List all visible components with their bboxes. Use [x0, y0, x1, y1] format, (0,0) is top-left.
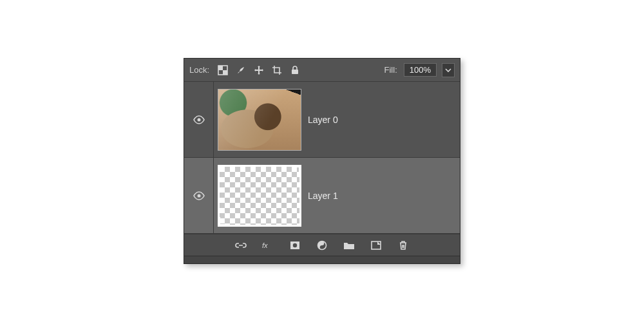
layers-topbar: Lock: — [184, 59, 460, 82]
svg-rect-2 — [223, 70, 227, 75]
visibility-toggle[interactable] — [184, 158, 214, 233]
svg-point-8 — [293, 243, 297, 247]
fill-label: Fill: — [384, 65, 397, 75]
adjustment-layer-button[interactable] — [315, 238, 329, 252]
layer-thumbnail[interactable] — [218, 165, 301, 227]
svg-text:fx: fx — [262, 242, 268, 249]
visibility-toggle[interactable] — [184, 82, 214, 157]
layer-thumbnail[interactable] — [218, 89, 301, 151]
svg-rect-1 — [218, 66, 223, 70]
folder-icon — [343, 241, 355, 250]
lock-label: Lock: — [189, 65, 209, 75]
layer-row[interactable]: Layer 1 — [184, 158, 460, 234]
svg-rect-3 — [292, 70, 298, 74]
link-layers-button[interactable] — [234, 238, 248, 252]
layer-effects-button[interactable]: fx — [261, 238, 275, 252]
lock-transparent-pixels-button[interactable] — [216, 63, 230, 77]
fill-input[interactable]: 100% — [404, 63, 437, 77]
lock-icon — [290, 65, 300, 75]
eye-icon — [193, 115, 205, 124]
layers-panel: Lock: — [184, 58, 460, 264]
lock-image-pixels-button[interactable] — [234, 63, 248, 77]
move-icon — [254, 65, 264, 75]
lock-position-button[interactable] — [252, 63, 266, 77]
lock-artboard-button[interactable] — [270, 63, 284, 77]
chevron-down-icon — [445, 67, 451, 73]
layer-name-label[interactable]: Layer 0 — [308, 115, 338, 125]
new-layer-button[interactable] — [369, 238, 383, 252]
svg-point-5 — [197, 194, 200, 197]
layer-row[interactable]: Layer 0 — [184, 82, 460, 158]
checker-icon — [218, 65, 228, 75]
panel-resize-grip[interactable] — [184, 256, 460, 263]
layers-bottombar: fx — [184, 234, 460, 256]
fill-dropdown-button[interactable] — [442, 63, 455, 77]
fx-icon: fx — [262, 241, 274, 250]
new-layer-icon — [371, 241, 381, 250]
crop-icon — [272, 65, 282, 75]
svg-point-4 — [197, 118, 200, 121]
canvas-bounds-indicator — [218, 217, 227, 226]
yin-yang-icon — [317, 240, 327, 251]
trash-icon — [399, 240, 408, 251]
layer-name-label[interactable]: Layer 1 — [308, 191, 338, 201]
lock-all-button[interactable] — [288, 63, 302, 77]
mask-icon — [290, 241, 300, 250]
eye-icon — [193, 191, 205, 200]
svg-rect-10 — [372, 242, 381, 249]
brush-icon — [236, 65, 246, 75]
create-group-button[interactable] — [342, 238, 356, 252]
delete-layer-button[interactable] — [396, 238, 410, 252]
canvas-bounds-indicator — [292, 166, 301, 175]
add-layer-mask-button[interactable] — [288, 238, 302, 252]
link-icon — [235, 241, 247, 250]
layer-list: Layer 0 Layer 1 — [184, 82, 460, 234]
